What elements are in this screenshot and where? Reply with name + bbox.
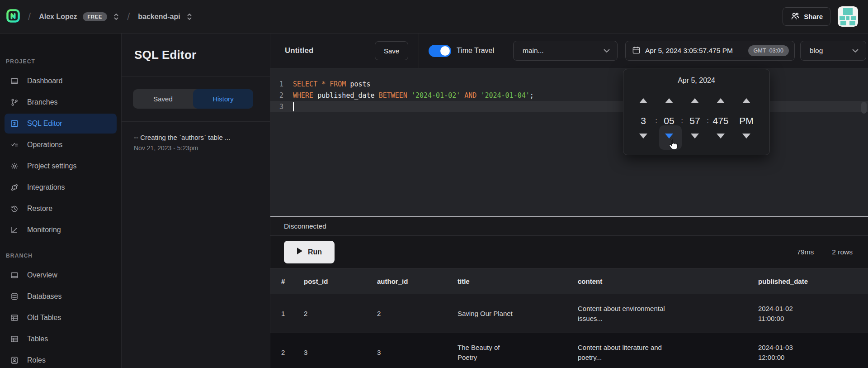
play-icon [297, 247, 303, 257]
sidebar-item-old-tables[interactable]: Old Tables [5, 308, 117, 328]
text-cursor [293, 102, 294, 111]
datetime-value: Apr 5, 2024 3:05:57.475 PM [645, 47, 733, 55]
project-name: backend-api [138, 13, 180, 21]
sql-string: '2024-01-02' [411, 91, 460, 100]
sidebar-section-branch: BRANCH [6, 253, 121, 260]
sidebar-item-dashboard[interactable]: Dashboard [5, 71, 117, 91]
table-grid-icon [10, 313, 19, 322]
sql-keyword: AND [464, 91, 476, 100]
millisecond-increment-icon[interactable] [717, 98, 725, 103]
hour-decrement-icon[interactable] [639, 134, 647, 139]
column-header-author-id: author_id [366, 268, 447, 294]
second-increment-icon[interactable] [691, 98, 699, 103]
cell-post-id: 2 [293, 294, 366, 333]
meridiem-value: PM [736, 113, 756, 129]
overview-icon [10, 271, 19, 280]
run-bar: Run 79ms 2 rows [270, 236, 868, 268]
calendar-icon [632, 46, 641, 56]
run-button[interactable]: Run [284, 241, 335, 263]
sql-string: '2024-01-04' [481, 91, 529, 100]
org-switcher[interactable]: Alex Lopez FREE [39, 12, 119, 21]
sidebar: PROJECT Dashboard Branches [0, 33, 122, 368]
sidebar-item-roles[interactable]: Roles [5, 350, 117, 368]
sidebar-item-project-settings[interactable]: Project settings [5, 156, 117, 176]
chevron-updown-icon [187, 13, 192, 21]
time-travel-label: Time Travel [457, 47, 494, 55]
cell-author-id: 3 [366, 333, 447, 368]
meridiem-increment-icon[interactable] [742, 98, 750, 103]
millisecond-value: 475 [711, 113, 731, 129]
editor-scrollbar-thumb[interactable] [861, 102, 867, 114]
save-button[interactable]: Save [375, 41, 408, 60]
plan-badge: FREE [83, 12, 108, 21]
sql-identifier: published_date [317, 91, 374, 100]
operations-icon [10, 140, 19, 149]
code-line: 1 SELECT * FROM posts [270, 78, 868, 90]
sql-identifier: posts [350, 80, 370, 88]
minute-decrement-icon[interactable] [665, 134, 673, 139]
millisecond-decrement-icon[interactable] [717, 134, 725, 139]
integrations-icon [10, 183, 19, 192]
cell-published-date: 2024-01-02 11:00:00 [747, 294, 868, 333]
database-selector[interactable]: blog [800, 41, 866, 61]
org-name: Alex Lopez [39, 13, 77, 21]
time-travel-toggle[interactable] [429, 45, 451, 57]
line-number: 3 [270, 103, 288, 111]
sql-keyword: BETWEEN [379, 91, 407, 100]
column-header-published-date: published_date [747, 268, 868, 294]
gear-icon [10, 162, 19, 171]
monitoring-chart-icon [10, 225, 19, 234]
sidebar-item-overview[interactable]: Overview [5, 265, 117, 285]
editor-toolbar: Untitled Save Time Travel main... [270, 33, 868, 68]
sidebar-item-operations[interactable]: Operations [5, 135, 117, 155]
branches-icon [10, 98, 19, 107]
sidebar-item-tables[interactable]: Tables [5, 329, 117, 349]
project-switcher[interactable]: backend-api [138, 13, 192, 21]
user-avatar[interactable] [838, 6, 858, 27]
sidebar-item-databases[interactable]: Databases [5, 287, 117, 306]
sidebar-item-integrations[interactable]: Integrations [5, 177, 117, 197]
code-line: 2 WHERE published_date BETWEEN '2024-01-… [270, 90, 868, 101]
minute-value: 05 [659, 113, 679, 129]
restore-clock-icon [10, 204, 19, 213]
second-value: 57 [685, 113, 705, 129]
hour-value: 3 [633, 113, 653, 129]
sidebar-item-monitoring[interactable]: Monitoring [5, 220, 117, 240]
datetime-picker-button[interactable]: Apr 5, 2024 3:05:57.475 PM GMT -03:00 [625, 41, 795, 61]
page-title: SQL Editor [134, 48, 196, 62]
sidebar-item-sql-editor[interactable]: SQL Editor [5, 114, 117, 134]
popup-date-header: Apr 5, 2024 [623, 76, 769, 85]
column-header-post-id: post_id [293, 268, 366, 294]
row-count: 2 rows [832, 248, 853, 256]
meridiem-decrement-icon[interactable] [742, 134, 750, 139]
line-number: 2 [270, 91, 288, 100]
neon-logo-icon[interactable] [6, 9, 20, 24]
sql-code-editor[interactable]: 1 SELECT * FROM posts 2 WHERE published_… [270, 68, 868, 216]
tab-history[interactable]: History [193, 89, 253, 109]
connection-status-bar: Disconnected [270, 217, 868, 236]
table-row: 1 2 2 Saving Our Planet Content about en… [270, 294, 868, 333]
table-row: 2 3 3 The Beauty of Poetry Content about… [270, 333, 868, 368]
sidebar-item-branches[interactable]: Branches [5, 92, 117, 112]
query-duration: 79ms [797, 248, 814, 256]
saved-history-tabs: Saved History [133, 89, 253, 109]
minute-increment-icon[interactable] [665, 98, 673, 103]
database-icon [10, 292, 19, 301]
line-number: 1 [270, 80, 288, 88]
tab-saved[interactable]: Saved [133, 89, 193, 109]
sql-editor-icon [10, 119, 19, 128]
sidebar-item-restore[interactable]: Restore [5, 199, 117, 219]
hour-increment-icon[interactable] [639, 98, 647, 103]
history-query-timestamp: Nov 21, 2023 - 5:23pm [134, 144, 258, 152]
query-name: Untitled [285, 46, 313, 55]
sql-keyword: FROM [330, 80, 346, 88]
sql-star: * [321, 80, 326, 88]
breadcrumb-separator: / [28, 11, 31, 23]
second-decrement-icon[interactable] [691, 134, 699, 139]
share-button[interactable]: Share [783, 7, 830, 26]
cell-title: The Beauty of Poetry [447, 333, 567, 368]
main-content: Untitled Save Time Travel main... [270, 33, 868, 368]
cell-published-date: 2024-01-03 12:00:00 [747, 333, 868, 368]
history-list-item[interactable]: -- Creating the `authors` table ... Nov … [122, 134, 270, 152]
branch-selector[interactable]: main... [513, 41, 618, 61]
